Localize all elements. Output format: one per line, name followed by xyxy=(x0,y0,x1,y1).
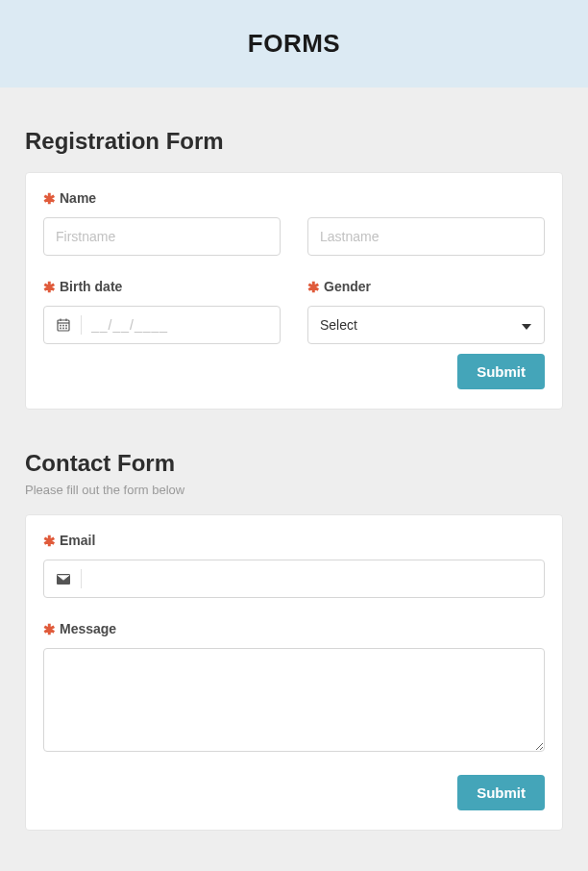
birthdate-input-group[interactable] xyxy=(43,306,281,344)
gender-label: ✱Gender xyxy=(307,279,545,296)
gender-select[interactable]: Select xyxy=(307,306,545,344)
divider xyxy=(81,569,82,588)
registration-card: ✱Name ✱Birth date xyxy=(25,172,563,410)
divider xyxy=(81,315,82,335)
message-textarea[interactable] xyxy=(43,648,545,752)
birthdate-label: ✱Birth date xyxy=(43,279,281,296)
email-input-group[interactable] xyxy=(43,560,545,598)
message-label-text: Message xyxy=(60,621,116,636)
svg-rect-6 xyxy=(62,328,64,330)
birthdate-input[interactable] xyxy=(91,307,268,343)
required-asterisk-icon: ✱ xyxy=(43,621,56,637)
registration-submit-button[interactable]: Submit xyxy=(457,354,545,389)
contact-subtitle: Please fill out the form below xyxy=(25,483,563,497)
name-label-text: Name xyxy=(60,190,96,206)
svg-rect-4 xyxy=(65,325,67,327)
firstname-input[interactable] xyxy=(43,217,281,256)
envelope-icon xyxy=(56,574,71,585)
email-label-text: Email xyxy=(60,533,95,548)
required-asterisk-icon: ✱ xyxy=(43,190,56,207)
contact-title: Contact Form xyxy=(25,450,563,477)
page-header: FORMS xyxy=(0,0,588,87)
svg-rect-5 xyxy=(60,328,61,330)
birthdate-label-text: Birth date xyxy=(60,279,122,294)
page-title: FORMS xyxy=(0,29,588,59)
contact-submit-button[interactable]: Submit xyxy=(457,775,545,810)
svg-rect-3 xyxy=(62,325,64,327)
required-asterisk-icon: ✱ xyxy=(307,279,320,295)
svg-rect-2 xyxy=(60,325,61,327)
svg-rect-7 xyxy=(65,328,67,330)
lastname-input[interactable] xyxy=(307,217,545,256)
registration-title: Registration Form xyxy=(25,128,563,155)
contact-card: ✱Email ✱Message Submit xyxy=(25,514,563,831)
gender-label-text: Gender xyxy=(324,279,371,294)
calendar-icon xyxy=(56,318,71,332)
email-input[interactable] xyxy=(91,560,532,597)
message-label: ✱Message xyxy=(43,621,545,638)
required-asterisk-icon: ✱ xyxy=(43,533,56,549)
email-label: ✱Email xyxy=(43,533,545,550)
required-asterisk-icon: ✱ xyxy=(43,279,56,295)
name-label: ✱Name xyxy=(43,190,545,208)
